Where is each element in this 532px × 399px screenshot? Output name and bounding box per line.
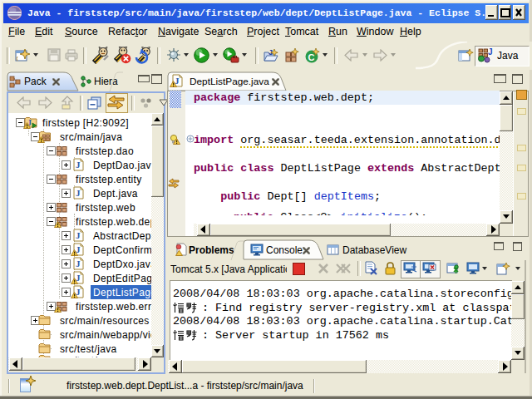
svg-text:C: C (308, 52, 315, 62)
svg-text:J: J (488, 47, 493, 57)
